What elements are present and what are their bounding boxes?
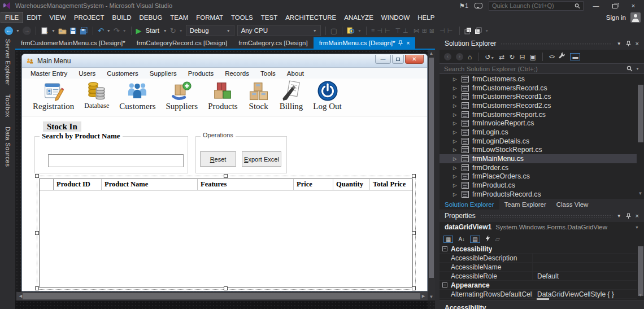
designer-vertical-scrollbar[interactable]: ▲ ▼ (428, 50, 435, 301)
align-tops-icons[interactable]: ⊤⊥ (395, 27, 410, 34)
designed-form-main-menu[interactable]: Main Menu — ✕ Master Entry Users Custome… (21, 54, 428, 291)
refresh-icon[interactable]: ↻ (509, 53, 515, 61)
form-menu-products[interactable]: Products (182, 70, 219, 77)
toolstrip-database[interactable]: Database (79, 79, 114, 110)
notifications-flag-icon[interactable]: ⚑1 (459, 2, 468, 10)
close-icon[interactable]: × (636, 212, 639, 219)
file-item[interactable]: ▷frmCustomersRecord2.cs (440, 101, 637, 110)
menu-debug[interactable]: DEBUG (135, 12, 166, 23)
file-item[interactable]: ▷frmCustomersRecord.cs (440, 84, 637, 93)
save-icon[interactable] (69, 27, 77, 34)
make-same-size-icons[interactable]: ⋈⊞⊠ (414, 27, 437, 34)
resize-handle[interactable] (35, 231, 39, 235)
tab-class-view[interactable]: Class View (551, 199, 594, 210)
close-icon[interactable]: × (406, 40, 410, 46)
menu-file[interactable]: FILE (1, 12, 23, 23)
form-menu-customers[interactable]: Customers (101, 70, 144, 77)
tree-scrollbar-thumb[interactable] (638, 85, 643, 142)
file-item[interactable]: ▷frmCustomersRecord1.cs (440, 92, 637, 101)
menu-tools[interactable]: TOOLS (227, 12, 257, 23)
menu-test[interactable]: TEST (257, 12, 281, 23)
solution-explorer-search[interactable]: ▼ (440, 63, 644, 74)
new-project-icon[interactable] (41, 27, 49, 34)
chevron-right-icon[interactable]: ▷ (453, 165, 458, 171)
property-value[interactable] (532, 254, 637, 262)
file-item[interactable]: ▷frmProduct.cs (440, 181, 637, 190)
scrollbar-thumb[interactable] (429, 58, 434, 278)
categorized-view-icon[interactable]: ▦ (443, 236, 453, 243)
sign-in-link[interactable]: Sign in (606, 14, 626, 21)
menu-architecture[interactable]: ARCHITECTURE (281, 12, 340, 23)
file-item[interactable]: ▷frmPlaceOrders.cs (440, 172, 637, 181)
close-icon[interactable]: × (636, 40, 639, 47)
bring-to-front-icon[interactable] (464, 27, 472, 34)
forward-button[interactable]: › (456, 53, 463, 60)
property-row[interactable]: AccessibleName (440, 263, 637, 272)
chevron-down-icon[interactable]: ▼ (617, 214, 621, 219)
export-excel-button[interactable]: Export Excel (242, 151, 281, 167)
file-item[interactable]: ▷frmLoginDetails.cs (440, 137, 637, 146)
toolstrip-registration[interactable]: Registration (28, 79, 79, 111)
quick-launch-input[interactable] (492, 2, 572, 9)
feedback-icon[interactable] (475, 3, 482, 8)
view-code-icon[interactable]: <> (549, 54, 555, 60)
tab-data-sources[interactable]: Data Sources (5, 127, 11, 167)
search-product-input[interactable] (48, 154, 184, 167)
pin-icon[interactable] (626, 41, 631, 47)
resize-handle[interactable] (412, 174, 416, 178)
menu-edit[interactable]: EDIT (23, 12, 45, 23)
solution-search-input[interactable] (444, 66, 624, 72)
chevron-right-icon[interactable]: ▷ (453, 94, 458, 99)
file-item[interactable]: ▷frmProductsRecord.cs (440, 190, 637, 199)
property-value[interactable]: Default (532, 272, 637, 280)
resize-handle[interactable] (412, 286, 416, 290)
spacing-icons[interactable]: ⊣⊢ (440, 27, 455, 34)
collapse-icon[interactable]: − (442, 246, 447, 251)
chevron-right-icon[interactable]: ▷ (453, 85, 458, 91)
back-dropdown-icon[interactable]: ▼ (16, 29, 20, 33)
attach-process-icon[interactable]: ▢ (330, 27, 337, 35)
pin-icon[interactable] (626, 213, 631, 219)
resize-handle[interactable] (412, 231, 416, 235)
form-designer-surface[interactable]: Main Menu — ✕ Master Entry Users Custome… (15, 50, 435, 309)
tab-team-explorer[interactable]: Team Explorer (499, 199, 551, 210)
form-menu-about[interactable]: About (281, 70, 310, 77)
file-item-selected[interactable]: ▷frmMainMenu.cs (440, 154, 637, 163)
scroll-down-icon[interactable]: ▼ (637, 191, 643, 196)
save-all-icon[interactable] (80, 27, 88, 34)
pin-icon[interactable] (398, 40, 403, 46)
configuration-dropdown[interactable]: Debug▼ (186, 25, 234, 36)
undo-dropdown-icon[interactable]: ▼ (107, 29, 111, 33)
chevron-right-icon[interactable]: ▷ (453, 120, 458, 126)
back-button[interactable]: ‹ (444, 53, 451, 60)
undo-button[interactable]: ↶ (98, 27, 104, 35)
toolstrip-billing[interactable]: Billing (275, 79, 308, 111)
navigate-back-button[interactable]: ← (5, 27, 13, 35)
scrollbar-thumb[interactable] (23, 293, 420, 299)
chevron-right-icon[interactable]: ▷ (453, 147, 458, 153)
panel-splitter[interactable] (435, 37, 440, 309)
resize-handle[interactable] (224, 174, 228, 178)
events-lightning-icon[interactable] (485, 235, 490, 243)
navigate-forward-button[interactable]: → (23, 27, 31, 35)
property-row[interactable]: AccessibleDescription (440, 254, 637, 263)
menu-team[interactable]: TEAM (166, 12, 192, 23)
chevron-right-icon[interactable]: ▷ (453, 76, 458, 82)
properties-object-selector[interactable]: dataGridView1 System.Windows.Forms.DataG… (440, 221, 644, 233)
toolstrip-suppliers[interactable]: Suppliers (160, 79, 203, 111)
file-item[interactable]: ▷frmCustomers.cs (440, 75, 637, 84)
tab-frmMainMenu-active[interactable]: frmMainMenu.cs [Design]* × (314, 37, 416, 49)
preview-selected-items-icon[interactable]: ▬ (570, 53, 580, 60)
resize-handle[interactable] (35, 174, 39, 178)
close-button[interactable]: × (627, 0, 639, 11)
restore-button[interactable] (608, 0, 621, 11)
chevron-right-icon[interactable]: ▷ (453, 156, 458, 162)
menu-help[interactable]: HELP (414, 12, 438, 23)
search-options-icon[interactable]: ▼ (636, 67, 639, 71)
toolbar-options-icon[interactable]: ▼ (485, 29, 489, 33)
send-to-back-icon[interactable] (475, 27, 482, 34)
menu-view[interactable]: VIEW (46, 12, 70, 23)
tab-frmCategoryRecord[interactable]: frmCategoryRecord.cs [Design] (131, 37, 233, 49)
toolstrip-products[interactable]: Products (203, 79, 243, 111)
form-minimize-button[interactable]: — (375, 55, 391, 64)
